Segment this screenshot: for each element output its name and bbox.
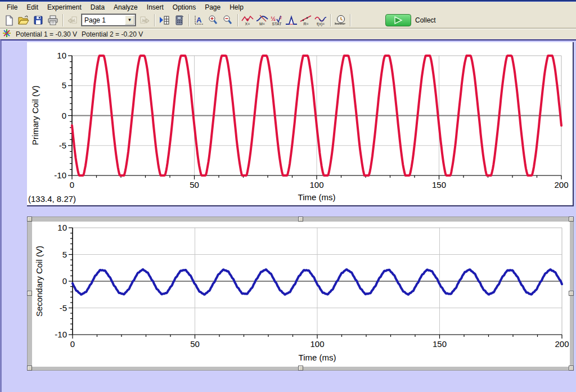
selection-handle-top-center[interactable]: [298, 217, 303, 222]
svg-text:0: 0: [70, 339, 75, 349]
examine-caption: X=: [245, 22, 250, 26]
selection-handle-bottom-left[interactable]: [27, 366, 32, 371]
selection-handle-bottom-center[interactable]: [298, 366, 303, 371]
secondary-coil-panel[interactable]: 1050-5-10050100150200Time (ms)Secondary …: [32, 222, 570, 367]
print-icon: [47, 15, 59, 26]
svg-text:0: 0: [70, 180, 74, 190]
svg-text:200: 200: [555, 339, 569, 349]
autoscale-button[interactable]: A: [191, 13, 206, 28]
svg-text:Time (ms): Time (ms): [299, 353, 336, 362]
selection-handle-top-left[interactable]: [27, 217, 32, 222]
examine-icon: [241, 15, 254, 22]
calculator-button[interactable]: [172, 13, 186, 28]
toolbar-separator: [154, 14, 155, 26]
menu-analyze[interactable]: Analyze: [109, 2, 142, 12]
svg-text:-5: -5: [60, 303, 67, 313]
menu-file[interactable]: File: [2, 2, 22, 12]
page-selector[interactable]: Page 1 ▼: [82, 14, 136, 26]
autoscale-icon: A: [193, 15, 204, 26]
svg-text:0: 0: [62, 276, 67, 286]
selection-handle-bottom-right[interactable]: [569, 366, 574, 371]
curve-fit-button[interactable]: f(x)=: [313, 13, 328, 28]
svg-text:150: 150: [432, 180, 446, 190]
potential-2-readout: Potential 2 = -0.20 V: [82, 30, 143, 38]
svg-text:100: 100: [309, 180, 323, 190]
integral-icon: [285, 15, 298, 26]
menu-help[interactable]: Help: [225, 2, 248, 12]
selection-handle-top-right[interactable]: [569, 217, 574, 222]
selection-handle-mid-left[interactable]: [27, 291, 32, 296]
svg-text:Time (ms): Time (ms): [298, 192, 336, 202]
svg-text:10: 10: [57, 223, 67, 232]
svg-text:100: 100: [310, 339, 324, 349]
save-button[interactable]: [31, 13, 46, 28]
linear-fit-button[interactable]: R=: [299, 13, 313, 28]
data-table-button[interactable]: [157, 13, 172, 28]
live-readout-icon: [2, 29, 11, 39]
secondary-coil-plot[interactable]: 1050-5-10050100150200Time (ms)Secondary …: [32, 222, 570, 367]
data-table-icon: [158, 15, 170, 26]
toolbar-separator: [330, 14, 331, 26]
selection-handle-mid-right[interactable]: [569, 291, 574, 296]
toolbar-separator: [350, 14, 350, 26]
print-button[interactable]: [46, 13, 60, 28]
svg-text:5: 5: [62, 80, 66, 90]
new-document-button[interactable]: [2, 13, 16, 28]
data-collection-button[interactable]: [333, 13, 348, 28]
svg-text:0: 0: [62, 111, 66, 120]
previous-page-button[interactable]: [65, 13, 80, 28]
svg-text:-10: -10: [55, 330, 67, 339]
tangent-icon: [255, 15, 269, 22]
new-document-icon: [3, 15, 15, 26]
svg-text:200: 200: [554, 180, 568, 190]
svg-text:-10: -10: [54, 170, 66, 180]
primary-coil-plot[interactable]: 1050-5-10050100150200Time (ms)Primary Co…: [27, 42, 572, 204]
linear-fit-icon: [299, 15, 313, 22]
zoom-out-button[interactable]: [220, 13, 235, 28]
statistics-icon: ½2: [270, 15, 284, 22]
menu-insert[interactable]: Insert: [142, 2, 168, 12]
zoom-in-button[interactable]: [206, 13, 220, 28]
svg-text:50: 50: [190, 180, 199, 190]
next-page-icon: [139, 15, 150, 26]
toolbar-separator: [62, 14, 63, 26]
page-selector-value: Page 1: [82, 16, 125, 24]
menu-options[interactable]: Options: [168, 2, 200, 12]
zoom-in-icon: [208, 15, 219, 26]
potential-1-readout: Potential 1 = -0.30 V: [16, 30, 77, 38]
svg-text:10: 10: [57, 51, 66, 60]
next-page-button[interactable]: [137, 13, 152, 28]
menu-edit[interactable]: Edit: [22, 2, 43, 12]
toolbar-separator: [237, 14, 238, 26]
page-area: 1050-5-10050100150200Time (ms)Primary Co…: [0, 39, 576, 392]
menu-bar: File Edit Experiment Data Analyze Insert…: [0, 2, 576, 12]
chevron-down-icon[interactable]: ▼: [125, 15, 134, 25]
menu-data[interactable]: Data: [86, 2, 109, 12]
curve-fit-caption: f(x)=: [317, 22, 325, 26]
examine-button[interactable]: X=: [240, 13, 255, 28]
statistics-button[interactable]: ½2 STAT: [269, 13, 284, 28]
secondary-coil-graph-selected[interactable]: 1050-5-10050100150200Time (ms)Secondary …: [27, 217, 574, 371]
data-collection-icon: [334, 15, 347, 26]
svg-text:50: 50: [190, 339, 200, 349]
open-file-icon: [17, 15, 30, 26]
svg-text:2: 2: [280, 15, 282, 20]
calculator-icon: [173, 15, 184, 26]
svg-text:A: A: [196, 16, 202, 24]
svg-text:150: 150: [433, 339, 447, 349]
integral-button[interactable]: [284, 13, 299, 28]
tangent-button[interactable]: M=: [255, 13, 269, 28]
collect-button[interactable]: Collect: [385, 14, 436, 26]
menu-page[interactable]: Page: [200, 2, 225, 12]
live-readout-bar: Potential 1 = -0.30 V Potential 2 = -0.2…: [0, 28, 576, 39]
toolbar: Page 1 ▼ A X= M=: [0, 12, 576, 28]
svg-text:-5: -5: [59, 141, 66, 150]
menu-experiment[interactable]: Experiment: [43, 2, 86, 12]
open-file-button[interactable]: [16, 13, 31, 28]
primary-coil-graph[interactable]: 1050-5-10050100150200Time (ms)Primary Co…: [27, 42, 574, 206]
svg-text:(133.4, 8.27): (133.4, 8.27): [28, 194, 76, 204]
svg-text:Primary Coil (V): Primary Coil (V): [30, 85, 40, 145]
toolbar-separator: [188, 14, 189, 26]
statistics-caption: STAT: [272, 22, 282, 26]
curve-fit-icon: [314, 15, 327, 22]
